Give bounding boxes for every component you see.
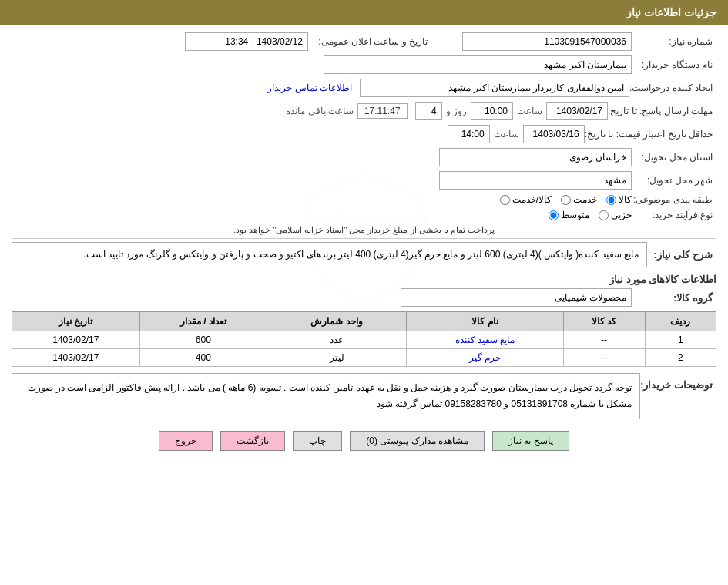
cell-unit: لیتر	[267, 349, 407, 367]
creator-row: ایجاد کننده درخواست: اطلاعات تماس خریدار	[12, 79, 716, 97]
goods-group-row: گروه کالا:	[12, 288, 716, 307]
category-khadamat-radio[interactable]	[561, 195, 571, 205]
city-label: شهر محل تحویل:	[632, 175, 716, 186]
cell-row: 2	[645, 349, 716, 367]
back-button[interactable]: بازگشت	[220, 431, 285, 451]
deadline-days-label: روز و	[446, 106, 467, 116]
goods-group-input[interactable]	[401, 288, 632, 307]
col-row: ردیف	[645, 312, 716, 331]
goods-table-container: ردیف کد کالا نام کالا واحد شمارش تعداد /…	[12, 311, 716, 367]
province-label: استان محل تحویل:	[632, 152, 716, 163]
province-row: استان محل تحویل:	[12, 148, 716, 166]
goods-info-title: اطلاعات کالاهای مورد نیاز	[12, 274, 716, 285]
need-number-label: شماره نیاز:	[632, 36, 716, 47]
validity-time-label: ساعت	[494, 129, 519, 140]
city-input[interactable]	[439, 171, 632, 190]
footer-buttons: پاسخ به نیاز مشاهده مدارک پیوستی (0) چاپ…	[12, 431, 716, 462]
announce-date-label: تاریخ و ساعت اعلان عمومی:	[308, 36, 431, 47]
category-kala-khadamat-item[interactable]: کالا/خدمت	[500, 194, 552, 205]
remaining-label: ساعت باقی مانده	[286, 106, 354, 116]
category-kala-label: کالا	[619, 194, 632, 205]
purchase-type-radio-group: جزیی متوسط	[549, 210, 632, 220]
purchase-motavasset-item[interactable]: متوسط	[549, 210, 589, 220]
deadline-days-input[interactable]	[415, 102, 442, 120]
category-kala-radio[interactable]	[606, 195, 616, 205]
col-date: تاریخ نیاز	[12, 312, 140, 331]
need-desc-section: شرح کلی نیاز: مایع سفید کننده( وایتکس )(…	[12, 242, 716, 267]
purchase-jozi-label: جزیی	[611, 210, 632, 220]
category-kala-item[interactable]: کالا	[606, 194, 632, 205]
deadline-timer: 17:11:47	[357, 103, 408, 119]
deadline-time-label: ساعت	[517, 106, 542, 116]
need-desc-box: مایع سفید کننده( وایتکس )(4 لیتری) 600 ل…	[12, 242, 647, 267]
category-row: طبقه بندی موضوعی: کالا خدمت کالا/خدمت	[12, 194, 716, 205]
buyer-name-label: نام دستگاه خریدار:	[632, 59, 716, 70]
divider1	[12, 238, 716, 239]
goods-group-label: گروه کالا:	[632, 292, 716, 304]
table-row: 1 -- مایع سفید کننده عدد 600 1403/02/17	[12, 331, 716, 349]
need-number-input[interactable]	[462, 32, 632, 51]
validity-date-input[interactable]	[523, 125, 585, 143]
need-number-row: شماره نیاز: تاریخ و ساعت اعلان عمومی:	[12, 32, 716, 51]
purchase-motavasset-radio[interactable]	[549, 210, 559, 220]
purchase-jozi-radio[interactable]	[599, 210, 609, 220]
deadline-row: مهلت ارسال پاسخ: تا تاریخ: ساعت روز و 17…	[12, 102, 716, 120]
validity-row: حداقل تاریخ اعتبار قیمت: تا تاریخ: ساعت	[12, 125, 716, 143]
purchase-motavasset-label: متوسط	[561, 210, 589, 220]
page-header: جزئیات اطلاعات نیاز	[0, 0, 728, 25]
purchase-jozi-item[interactable]: جزیی	[599, 210, 632, 220]
print-button[interactable]: چاپ	[293, 431, 342, 451]
category-radio-group: کالا خدمت کالا/خدمت	[500, 194, 632, 205]
view-docs-button[interactable]: مشاهده مدارک پیوستی (0)	[350, 431, 485, 451]
cell-date: 1403/02/17	[12, 331, 140, 349]
cell-unit: عدد	[267, 331, 407, 349]
contact-link[interactable]: اطلاعات تماس خریدار	[267, 82, 352, 93]
notes-row: توضیحات خریدار: توجه گردد تحویل درب بیما…	[12, 373, 716, 419]
notes-text: توجه گردد تحویل درب بیمارستان صورت گیرد …	[28, 382, 632, 408]
table-row: 2 -- جرم گیر لیتر 400 1403/02/17	[12, 349, 716, 367]
purchase-type-row: نوع فرآیند خرید: جزیی متوسط	[12, 210, 716, 220]
cell-code: --	[563, 331, 645, 349]
cell-name: جرم گیر	[407, 349, 563, 367]
buyer-name-input[interactable]	[324, 55, 632, 74]
validity-time-input[interactable]	[448, 125, 490, 143]
deadline-label: مهلت ارسال پاسخ: تا تاریخ:	[608, 106, 716, 116]
cell-row: 1	[645, 331, 716, 349]
deadline-date-input[interactable]	[546, 102, 608, 120]
city-row: شهر محل تحویل:	[12, 171, 716, 190]
col-qty: تعداد / مقدار	[139, 312, 267, 331]
notes-box: توجه گردد تحویل درب بیمارستان صورت گیرد …	[12, 373, 640, 419]
creator-input[interactable]	[360, 79, 629, 97]
announce-date-input[interactable]	[185, 32, 308, 51]
exit-button[interactable]: خروج	[159, 431, 213, 451]
cell-date: 1403/02/17	[12, 349, 140, 367]
page-title: جزئیات اطلاعات نیاز	[626, 6, 716, 18]
need-desc-text: مایع سفید کننده( وایتکس )(4 لیتری) 600 ل…	[83, 249, 639, 260]
cell-code: --	[563, 349, 645, 367]
category-khadamat-label: خدمت	[573, 194, 597, 205]
creator-label: ایجاد کننده درخواست:	[629, 82, 716, 93]
reply-button[interactable]: پاسخ به نیاز	[492, 431, 569, 451]
payment-notice: پرداخت تمام یا بخشی از مبلغ خریدار محل "…	[12, 225, 716, 235]
need-desc-label: شرح کلی نیاز:	[647, 249, 716, 261]
col-unit: واحد شمارش	[267, 312, 407, 331]
deadline-time-input[interactable]	[471, 102, 513, 120]
category-kala-khadamat-label: کالا/خدمت	[512, 194, 552, 205]
validity-label: حداقل تاریخ اعتبار قیمت: تا تاریخ:	[585, 129, 716, 140]
category-kala-khadamat-radio[interactable]	[500, 195, 510, 205]
buyer-name-row: نام دستگاه خریدار:	[12, 55, 716, 74]
cell-qty: 400	[139, 349, 267, 367]
province-input[interactable]	[439, 148, 632, 166]
cell-name: مایع سفید کننده	[407, 331, 563, 349]
cell-qty: 600	[139, 331, 267, 349]
category-label: طبقه بندی موضوعی:	[632, 194, 716, 205]
category-khadamat-item[interactable]: خدمت	[561, 194, 597, 205]
col-name: نام کالا	[407, 312, 563, 331]
purchase-type-label: نوع فرآیند خرید:	[632, 210, 716, 220]
col-code: کد کالا	[563, 312, 645, 331]
notes-label: توضیحات خریدار:	[640, 373, 716, 391]
goods-table: ردیف کد کالا نام کالا واحد شمارش تعداد /…	[12, 311, 716, 367]
